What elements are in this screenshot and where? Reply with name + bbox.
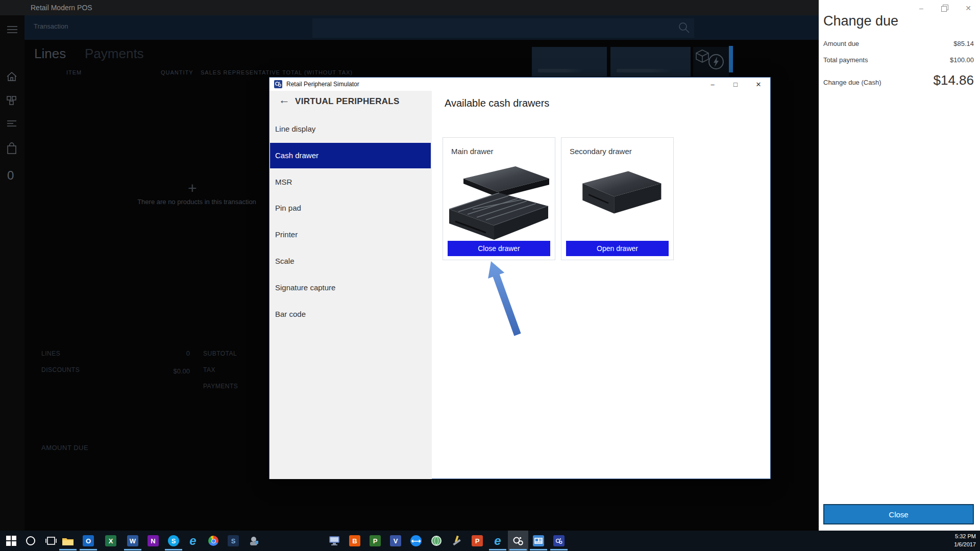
dialog-close-icon[interactable]: ✕ bbox=[750, 78, 767, 91]
sidebar-item-bar-code[interactable]: Bar code bbox=[270, 302, 431, 327]
tile-accent-strip bbox=[729, 46, 733, 72]
panel-title: Change due bbox=[823, 13, 898, 29]
lines-value: 0 bbox=[153, 349, 190, 357]
onenote-icon[interactable]: N bbox=[143, 531, 163, 551]
taskbar-running-indicator bbox=[550, 549, 568, 550]
visio-icon[interactable]: V bbox=[385, 531, 406, 551]
search-icon[interactable] bbox=[678, 21, 691, 37]
col-header-total: TOTAL (WITHOUT TAX) bbox=[282, 69, 353, 76]
project-icon[interactable]: P bbox=[365, 531, 385, 551]
clock-time: 5:32 PM bbox=[954, 532, 976, 540]
hamburger-menu-icon[interactable] bbox=[6, 24, 18, 37]
col-header-quantity: QUANTITY bbox=[161, 69, 193, 76]
taskbar-running-indicator bbox=[509, 549, 527, 550]
support-agent-icon[interactable] bbox=[243, 531, 264, 551]
sway-icon[interactable]: S bbox=[223, 531, 243, 551]
dialog-title: Retail Peripheral Simulator bbox=[286, 81, 359, 88]
word-icon[interactable]: W bbox=[122, 531, 143, 551]
main-drawer-card: Main drawer bbox=[443, 137, 555, 260]
search-input[interactable] bbox=[312, 18, 694, 38]
close-drawer-button[interactable]: Close drawer bbox=[448, 241, 550, 256]
modern-pos-icon[interactable] bbox=[549, 531, 569, 551]
change-due-cash-label: Change due (Cash) bbox=[823, 79, 881, 86]
taskbar-running-indicator bbox=[59, 549, 77, 550]
discounts-label: DISCOUNTS bbox=[41, 366, 80, 373]
plus-icon: + bbox=[188, 180, 197, 197]
chrome-icon[interactable] bbox=[203, 531, 224, 551]
globe-app-icon[interactable] bbox=[426, 531, 447, 551]
amount-due-row-value: $85.14 bbox=[923, 40, 974, 47]
empty-transaction-message: There are no products in this transactio… bbox=[134, 198, 259, 206]
sidebar-item-scale[interactable]: Scale bbox=[270, 248, 431, 274]
taskbar-running-indicator bbox=[80, 549, 97, 550]
open-drawer-button[interactable]: Open drawer bbox=[566, 241, 669, 256]
powerpoint-icon[interactable]: P bbox=[467, 531, 487, 551]
closed-cash-drawer-image bbox=[571, 167, 665, 231]
total-payments-row-value: $100.00 bbox=[923, 56, 974, 64]
start-button[interactable] bbox=[1, 531, 21, 551]
sidebar-item-line-display[interactable]: Line display bbox=[270, 116, 431, 142]
back-arrow-icon[interactable]: ← bbox=[279, 94, 290, 106]
sidebar-heading: VIRTUAL PERIPHERALS bbox=[295, 96, 400, 107]
remote-desktop-icon[interactable] bbox=[324, 531, 345, 551]
change-due-cash-value: $14.86 bbox=[897, 72, 974, 88]
left-nav-rail bbox=[0, 15, 24, 531]
pos-action-tile-2[interactable] bbox=[610, 47, 691, 77]
content-title: Available cash drawers bbox=[445, 97, 549, 109]
pos-action-tile-1[interactable] bbox=[532, 47, 607, 77]
home-icon[interactable] bbox=[6, 71, 18, 84]
pos-card-icon[interactable] bbox=[528, 531, 549, 551]
secondary-drawer-label: Secondary drawer bbox=[570, 147, 632, 156]
tab-payments[interactable]: Payments bbox=[85, 46, 144, 62]
discounts-value: $0.00 bbox=[153, 367, 190, 375]
sidebar-item-msr[interactable]: MSR bbox=[270, 169, 431, 195]
taskbar-running-indicator bbox=[489, 549, 506, 550]
file-explorer-icon[interactable] bbox=[58, 531, 78, 551]
col-header-sales-rep: SALES REPRESENTATIVE bbox=[201, 69, 280, 76]
taskbar-running-indicator bbox=[124, 549, 141, 550]
dialog-maximize-icon[interactable]: □ bbox=[727, 78, 744, 91]
skype-icon[interactable]: S bbox=[163, 531, 184, 551]
window-close-icon[interactable]: ✕ bbox=[961, 3, 976, 13]
tab-lines[interactable]: Lines bbox=[34, 46, 66, 62]
taskbar-running-indicator bbox=[530, 549, 547, 550]
clock-date: 1/6/2017 bbox=[954, 540, 976, 548]
taskbar-running-indicator bbox=[165, 549, 182, 550]
amount-due-row-label: Amount due bbox=[823, 40, 859, 47]
b-app-icon[interactable]: B bbox=[345, 531, 365, 551]
col-header-item: ITEM bbox=[66, 69, 82, 76]
window-restore-icon[interactable] bbox=[937, 3, 952, 13]
close-button[interactable]: Close bbox=[823, 504, 974, 524]
offline-lightning-icon bbox=[707, 53, 725, 72]
taskbar: OXWNSeSBPV⟷Pe 5:32 PM 1/6/2017 bbox=[0, 531, 980, 551]
open-cash-drawer-image bbox=[448, 162, 550, 246]
peripheral-simulator-icon[interactable] bbox=[508, 531, 528, 551]
internet-explorer-icon[interactable]: e bbox=[183, 531, 203, 551]
dialog-minimize-icon[interactable]: – bbox=[704, 78, 721, 91]
app-title: Retail Modern POS bbox=[31, 4, 92, 12]
teamviewer-icon[interactable]: ⟷ bbox=[406, 531, 426, 551]
subtotal-label: SUBTOTAL bbox=[203, 350, 237, 357]
search-icon[interactable] bbox=[20, 531, 41, 551]
window-minimize-icon[interactable]: – bbox=[914, 3, 929, 13]
total-payments-row-label: Total payments bbox=[823, 56, 868, 64]
sidebar-item-printer[interactable]: Printer bbox=[270, 222, 431, 247]
excel-icon[interactable]: X bbox=[101, 531, 121, 551]
outlook-icon[interactable]: O bbox=[78, 531, 99, 551]
orders-list-icon[interactable] bbox=[6, 119, 18, 132]
cart-count-badge: 0 bbox=[7, 168, 14, 183]
sidebar-item-pin-pad[interactable]: Pin pad bbox=[270, 195, 431, 221]
sidebar-item-cash-drawer[interactable]: Cash drawer bbox=[270, 143, 431, 168]
config-tools-icon[interactable] bbox=[447, 531, 467, 551]
products-cubes-icon[interactable] bbox=[6, 95, 18, 107]
tax-label: TAX bbox=[203, 366, 215, 373]
taskbar-clock[interactable]: 5:32 PM 1/6/2017 bbox=[954, 532, 976, 548]
main-drawer-label: Main drawer bbox=[451, 147, 494, 156]
secondary-drawer-card: Secondary drawer Open drawer bbox=[561, 137, 674, 260]
transaction-label: Transaction bbox=[34, 22, 68, 30]
annotation-arrow bbox=[485, 258, 526, 340]
internet-explorer-2-icon[interactable]: e bbox=[487, 531, 508, 551]
shopping-bag-icon[interactable] bbox=[6, 142, 18, 154]
amount-due-label: AMOUNT DUE bbox=[41, 444, 88, 452]
sidebar-item-signature-capture[interactable]: Signature capture bbox=[270, 275, 431, 300]
